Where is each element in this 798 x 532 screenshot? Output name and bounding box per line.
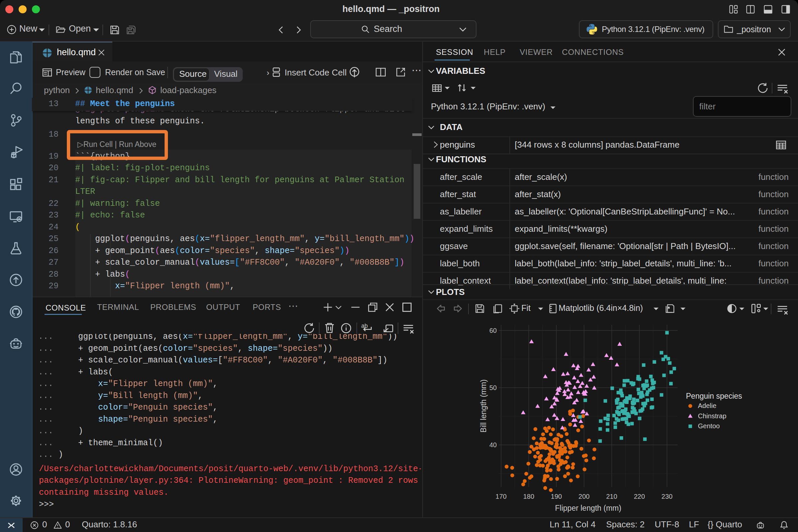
- svg-text:190: 190: [551, 493, 562, 500]
- svg-text:60: 60: [490, 327, 497, 334]
- svg-text:40: 40: [490, 441, 497, 449]
- svg-text:Bill length (mm): Bill length (mm): [479, 379, 488, 433]
- svg-text:230: 230: [661, 493, 672, 500]
- svg-text:180: 180: [524, 493, 534, 500]
- svg-text:Flipper length (mm): Flipper length (mm): [555, 504, 621, 512]
- svg-text:220: 220: [634, 493, 645, 500]
- svg-text:50: 50: [490, 384, 497, 391]
- svg-text:Adelie: Adelie: [698, 402, 717, 409]
- svg-text:Penguin species: Penguin species: [686, 392, 742, 400]
- svg-text:Chinstrap: Chinstrap: [698, 412, 726, 420]
- svg-text:170: 170: [495, 493, 507, 500]
- svg-text:210: 210: [606, 493, 617, 500]
- svg-text:200: 200: [578, 493, 590, 500]
- svg-text:Gentoo: Gentoo: [698, 422, 720, 430]
